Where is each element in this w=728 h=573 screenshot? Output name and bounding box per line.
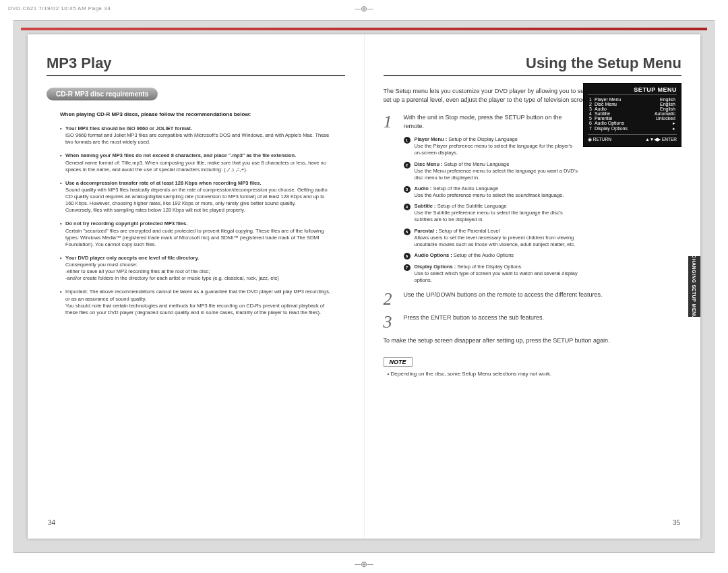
def-body: Subtitle : Setup of the Subtitle Languag…: [415, 203, 579, 223]
def-number-icon: 1: [404, 137, 411, 144]
def-body: Display Options : Setup of the Display O…: [415, 264, 579, 284]
requirement-item: Use a decompression transfer rate of at …: [60, 180, 332, 214]
osd-enter: ▲▼◀▶ ENTER: [645, 137, 677, 142]
step-number: 3: [384, 313, 397, 331]
header-accent-bar: [21, 28, 707, 30]
page-number-left: 34: [48, 519, 55, 526]
requirement-head: When naming your MP3 files do not exceed…: [65, 152, 332, 159]
def-number-icon: 6: [404, 253, 411, 260]
crop-mark-top: ─⊕─: [355, 4, 373, 13]
requirement-body: ISO 9660 format and Joliet MP3 files are…: [65, 132, 329, 145]
def-body: Audio Options : Setup of the Audio Optio…: [415, 252, 514, 260]
osd-title: SETUP MENU: [588, 86, 677, 95]
requirement-body: Important: The above recommendations can…: [65, 289, 330, 315]
menu-def-item: 3Audio : Setup of the Audio LanguageUse …: [404, 185, 579, 199]
requirement-item: Important: The above recommendations can…: [60, 289, 332, 316]
requirement-head: Use a decompression transfer rate of at …: [65, 180, 332, 187]
crop-mark-bottom: ─⊕─: [355, 560, 373, 569]
menu-def-item: 2Disc Menu : Setup of the Menu LanguageU…: [404, 161, 579, 181]
page-number-right: 35: [673, 519, 680, 526]
osd-row: 7Display Options▸: [588, 126, 677, 131]
page-title-right: Using the Setup Menu: [384, 55, 682, 72]
step-text: Press the ENTER button to access the sub…: [404, 313, 682, 331]
menu-def-item: 5Parental : Setup of the Parental LevelA…: [404, 228, 579, 248]
requirement-head: Your MP3 files should be ISO 9660 or JOL…: [65, 125, 332, 132]
requirement-body: Certain "securized" files are encrypted …: [65, 228, 324, 247]
page-frame: MP3 Play CD-R MP3 disc requirements When…: [13, 20, 715, 553]
def-body: Player Menu : Setup of the Display Langu…: [415, 136, 579, 156]
def-body: Audio : Setup of the Audio LanguageUse t…: [415, 185, 564, 199]
page-title-left: MP3 Play: [47, 55, 345, 72]
osd-row: 5ParentalUnlocked: [588, 116, 677, 121]
requirement-list: Your MP3 files should be ISO 9660 or JOL…: [60, 125, 332, 316]
page-spread: MP3 Play CD-R MP3 disc requirements When…: [28, 34, 700, 539]
section-pill: CD-R MP3 disc requirements: [47, 88, 158, 100]
title-rule: [384, 75, 682, 76]
osd-row: 2Disc MenuEnglish: [588, 102, 677, 107]
def-number-icon: 5: [404, 229, 411, 235]
menu-def-item: 1Player Menu : Setup of the Display Lang…: [404, 136, 579, 156]
requirement-body: Consequently you must choose: -either to…: [65, 262, 279, 281]
side-tab: CHANGING SETUP MENU: [688, 256, 700, 317]
requirement-body: General name format of: Title.mp3. When …: [65, 160, 326, 173]
requirement-item: Do not try recording copyright protected…: [60, 220, 332, 248]
menu-def-item: 6Audio Options : Setup of the Audio Opti…: [404, 252, 579, 260]
osd-row: 4SubtitleAutomatic: [588, 111, 677, 116]
menu-def-item: 7Display Options : Setup of the Display …: [404, 264, 579, 284]
title-rule: [47, 75, 345, 76]
print-header: DVD-C621 7/19/02 10:45 AM Page 34: [8, 5, 111, 11]
note-box: NOTE • Depending on the disc, some Setup…: [384, 355, 682, 377]
requirement-body: Sound quality with MP3 files basically d…: [65, 187, 328, 213]
step-text: Use the UP/DOWN buttons on the remote to…: [404, 291, 682, 308]
note-label: NOTE: [384, 357, 413, 367]
note-text: • Depending on the disc, some Setup Menu…: [388, 371, 682, 377]
requirement-item: When naming your MP3 files do not exceed…: [60, 152, 332, 173]
def-body: Parental : Setup of the Parental LevelAl…: [415, 228, 579, 248]
osd-setup-menu: SETUP MENU 1Player MenuEnglish2Disc Menu…: [583, 83, 681, 147]
step-number: 2: [384, 291, 397, 308]
def-number-icon: 4: [404, 204, 411, 210]
def-number-icon: 7: [404, 264, 411, 271]
section-intro: When playing CD-R MP3 discs, please foll…: [60, 111, 332, 117]
osd-return: ◉ RETURN: [588, 137, 611, 142]
osd-footer: ◉ RETURN ▲▼◀▶ ENTER: [588, 134, 677, 142]
menu-definitions: 1Player Menu : Setup of the Display Lang…: [404, 136, 579, 284]
requirement-item: Your DVD player only accepts one level o…: [60, 255, 332, 282]
step-text: With the unit in Stop mode, press the SE…: [404, 113, 579, 131]
requirement-head: Do not try recording copyright protected…: [65, 220, 332, 227]
page-left: MP3 Play CD-R MP3 disc requirements When…: [28, 34, 365, 539]
def-number-icon: 2: [404, 162, 411, 169]
requirement-head: Your DVD player only accepts one level o…: [65, 255, 332, 262]
step-number: 1: [384, 113, 397, 131]
step-2: 2 Use the UP/DOWN buttons on the remote …: [384, 291, 682, 308]
osd-row: 6Audio Options▸: [588, 121, 677, 126]
step-3: 3 Press the ENTER button to access the s…: [384, 313, 682, 331]
def-body: Disc Menu : Setup of the Menu LanguageUs…: [415, 161, 579, 181]
osd-row: 1Player MenuEnglish: [588, 97, 677, 102]
requirement-item: Your MP3 files should be ISO 9660 or JOL…: [60, 125, 332, 146]
def-number-icon: 3: [404, 186, 411, 193]
menu-def-item: 4Subtitle : Setup of the Subtitle Langua…: [404, 203, 579, 223]
osd-row: 3AudioEnglish: [588, 107, 677, 111]
footnote: To make the setup screen disappear after…: [384, 336, 682, 345]
page-right: Using the Setup Menu The Setup menu lets…: [365, 34, 701, 539]
